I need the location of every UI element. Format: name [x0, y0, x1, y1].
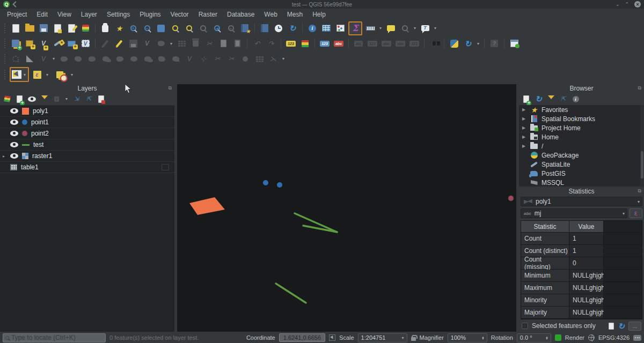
expand-arrow-icon[interactable]: ▶ [522, 135, 526, 139]
minimize-button[interactable]: ⌄ [616, 2, 620, 7]
text-annotation-dropdown-icon[interactable] [433, 25, 437, 32]
layer-row-table1[interactable]: table1 [0, 161, 174, 173]
expression-builder-button[interactable]: ε [630, 208, 642, 218]
toolbar-handle[interactable] [4, 70, 6, 79]
layer-row-raster1[interactable]: ▸ raster1 [0, 150, 174, 161]
browser-item-postgis[interactable]: PostGIS [519, 169, 644, 178]
messages-icon[interactable] [633, 335, 641, 341]
rotation-spinner[interactable]: 0.0 ° ▴▾ [517, 333, 551, 342]
browser-item-geopackage[interactable]: GeoPackage [519, 151, 644, 160]
statistics-summary-icon[interactable]: Σ [348, 21, 362, 35]
toggle-editing-icon[interactable] [113, 38, 125, 49]
close-button[interactable]: ✕ [634, 1, 641, 8]
browser-item-mssql[interactable]: MSSQL [519, 178, 644, 186]
python-console-icon[interactable] [448, 38, 460, 49]
zoom-to-layer-icon[interactable] [183, 23, 195, 34]
add-selected-layers-icon[interactable] [522, 94, 531, 103]
menu-help[interactable]: Help [308, 10, 331, 19]
expand-all-icon[interactable]: ⇲ [72, 94, 81, 103]
layer-labeling-icon[interactable]: 123 [285, 38, 297, 49]
menu-project[interactable]: Project [2, 10, 32, 19]
menu-view[interactable]: View [53, 10, 76, 19]
lock-scale-icon[interactable] [411, 337, 416, 341]
deselect-dropdown-icon[interactable] [70, 71, 74, 78]
table-row[interactable]: Minority NULLghjgh [521, 294, 642, 307]
menu-mesh[interactable]: Mesh [282, 10, 308, 19]
expand-arrow-icon[interactable]: ▶ [522, 144, 526, 148]
advanced-digitizing-icon[interactable] [24, 53, 35, 65]
nominatim-search-icon[interactable] [428, 38, 440, 49]
save-project-icon[interactable] [38, 23, 49, 34]
zoom-full-icon[interactable] [155, 23, 167, 34]
browser-item-home[interactable]: ▶ Home [519, 132, 644, 141]
toolbar-handle[interactable] [4, 24, 6, 33]
table-row[interactable]: Minimum NULLghjgh [521, 270, 642, 282]
remove-layer-icon[interactable] [97, 94, 106, 103]
trim-extend-dropdown-icon[interactable] [281, 56, 286, 62]
new-layout-icon[interactable] [65, 23, 77, 34]
filter-legend-icon[interactable] [40, 94, 49, 103]
toolbar-handle[interactable] [4, 54, 6, 64]
table-row[interactable]: Count 1 [521, 233, 642, 245]
visibility-eye-icon[interactable] [10, 153, 18, 159]
menu-layer[interactable]: Layer [76, 10, 102, 19]
copy-statistics-icon[interactable] [609, 323, 614, 330]
browser-item-project-home[interactable]: ▶ Project Home [519, 123, 644, 132]
maximize-button[interactable]: ⌃ [625, 2, 629, 7]
highlight-labels-icon[interactable]: abc [333, 38, 345, 49]
processing-toolbox-icon[interactable] [508, 38, 520, 49]
browser-item-root[interactable]: ▶ / [519, 141, 644, 151]
browser-item-favorites[interactable]: ▶ ★ Favorites [519, 105, 644, 114]
measure-dropdown-icon[interactable] [378, 25, 383, 32]
browser-item-spatialite[interactable]: SpatiaLite [519, 160, 644, 169]
render-checkbox[interactable] [555, 334, 561, 341]
select-by-expression-dropdown-icon[interactable] [45, 71, 49, 78]
visibility-eye-icon[interactable] [10, 142, 18, 147]
new-project-icon[interactable] [10, 23, 21, 34]
new-geopackage-layer-icon[interactable] [24, 38, 35, 49]
layer-row-point1[interactable]: point1 [0, 116, 174, 128]
style-manager-icon[interactable] [79, 23, 91, 34]
zoom-to-selection-icon[interactable] [169, 23, 181, 34]
scale-select[interactable]: 1:204751 ▾ [358, 333, 407, 342]
new-virtual-layer-icon[interactable]: V [79, 38, 91, 49]
pinned-labels-icon[interactable]: 123 [319, 38, 331, 49]
zoom-out-icon[interactable]: − [141, 23, 153, 34]
layout-manager-icon[interactable] [52, 23, 63, 34]
menu-settings[interactable]: Settings [102, 10, 135, 19]
browser-panel-float-icon[interactable]: ⧉ [638, 85, 641, 91]
field-calculator-icon[interactable] [334, 23, 346, 34]
browser-filter-icon[interactable] [546, 94, 555, 103]
table-row[interactable]: Count (missing) 0 [521, 257, 642, 270]
pan-map-icon[interactable] [99, 23, 111, 34]
annotation-dropdown-icon[interactable] [413, 25, 417, 32]
browser-collapse-all-icon[interactable]: ⇱ [559, 94, 568, 103]
collapse-all-icon[interactable]: ⇱ [84, 94, 93, 103]
menu-edit[interactable]: Edit [32, 10, 53, 19]
expand-arrow-icon[interactable]: ▶ [522, 125, 526, 130]
visibility-eye-icon[interactable] [10, 120, 18, 125]
layers-panel-float-icon[interactable]: ⧉ [169, 85, 172, 91]
coordinate-toggle-icon[interactable] [329, 334, 335, 341]
select-features-dropdown-icon[interactable] [23, 71, 27, 78]
selected-features-only-checkbox[interactable] [522, 323, 528, 329]
manage-map-themes-icon[interactable] [27, 94, 36, 103]
recalculate-statistics-icon[interactable]: ↻ [618, 322, 625, 330]
temporal-controller-icon[interactable] [273, 23, 284, 34]
layer-styling-icon[interactable] [3, 94, 12, 103]
attribute-table-icon[interactable] [320, 23, 332, 34]
new-postgis-layer-icon[interactable] [65, 38, 77, 49]
layer-row-poly1[interactable]: poly1 [0, 105, 174, 116]
expand-arrow-icon[interactable]: ▶ [522, 107, 526, 112]
data-source-manager-icon[interactable] [10, 38, 21, 49]
statistics-field-select[interactable]: abc mj ▾ [521, 208, 627, 218]
layer-row-point2[interactable]: point2 [0, 128, 174, 139]
new-spatialite-layer-icon[interactable] [52, 38, 63, 49]
text-annotation-icon[interactable]: T [419, 23, 431, 34]
menu-web[interactable]: Web [259, 10, 282, 19]
magnifier-spinner[interactable]: 100% ▴▾ [448, 333, 487, 342]
menu-database[interactable]: Database [222, 10, 259, 19]
locator-box[interactable] [3, 333, 106, 342]
new-bookmark-icon[interactable]: ★ [239, 23, 251, 34]
move-feature-dropdown-icon[interactable] [52, 56, 56, 62]
